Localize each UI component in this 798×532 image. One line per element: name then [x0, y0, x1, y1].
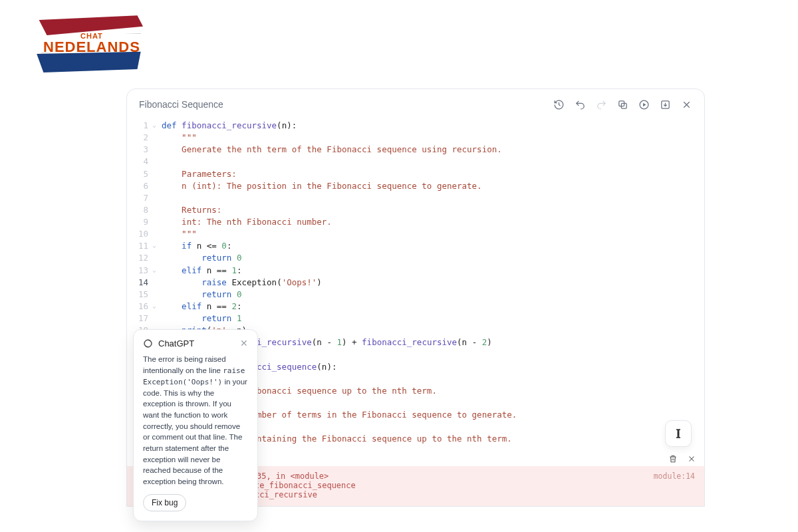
code-content: raise Exception('Oops!') — [162, 277, 704, 289]
card-title: Fibonacci Sequence — [139, 99, 223, 110]
line-number: 13 — [127, 265, 152, 277]
code-line[interactable]: 13⌄ elif n == 1: — [127, 265, 704, 277]
code-line[interactable]: 3 Generate the nth term of the Fibonacci… — [127, 144, 704, 156]
code-line[interactable]: 10 """ — [127, 228, 704, 240]
code-line[interactable]: 16⌄ elif n == 2: — [127, 301, 704, 313]
line-number: 3 — [127, 144, 152, 156]
line-number: 11 — [127, 240, 152, 252]
line-number: 14 — [127, 277, 152, 289]
line-number: 16 — [127, 301, 152, 313]
code-line[interactable]: 17 return 1 — [127, 313, 704, 325]
line-number: 2 — [127, 132, 152, 144]
code-line[interactable]: 5 Parameters: — [127, 168, 704, 180]
line-number: 7 — [127, 192, 152, 204]
code-content: n (int): The position in the Fibonacci s… — [162, 180, 704, 192]
redo-icon[interactable] — [595, 98, 607, 110]
code-content: """ — [162, 132, 704, 144]
line-number: 5 — [127, 168, 152, 180]
popup-close-icon[interactable]: ✕ — [240, 338, 248, 348]
svg-marker-3 — [643, 102, 646, 106]
line-number: 17 — [127, 313, 152, 325]
fold-icon — [152, 277, 162, 289]
line-number: 15 — [127, 289, 152, 301]
code-line[interactable]: 7 — [127, 192, 704, 204]
toolbar — [553, 98, 692, 110]
line-number: 9 — [127, 216, 152, 228]
copy-icon[interactable] — [616, 98, 628, 110]
openai-icon — [143, 338, 153, 348]
popup-title: ChatGPT — [158, 338, 235, 348]
brand-logo: CHAT NEDELANDS — [30, 13, 143, 80]
code-line[interactable]: 2 """ — [127, 132, 704, 144]
fold-icon — [152, 204, 162, 216]
code-content: Generate the nth term of the Fibonacci s… — [162, 144, 704, 156]
code-content: return 0 — [162, 252, 704, 264]
download-icon[interactable] — [659, 98, 671, 110]
code-content: if n <= 0: — [162, 240, 704, 252]
popup-body: The error is being raised intentionally … — [143, 354, 248, 487]
fold-icon[interactable]: ⌄ — [152, 120, 162, 132]
code-line[interactable]: 11⌄ if n <= 0: — [127, 240, 704, 252]
fold-icon — [152, 156, 162, 168]
logo-line2: NEDELANDS — [43, 40, 140, 55]
code-line[interactable]: 1⌄def fibonacci_recursive(n): — [127, 120, 704, 132]
float-run-button[interactable] — [665, 420, 692, 447]
code-content: Parameters: — [162, 168, 704, 180]
line-number: 6 — [127, 180, 152, 192]
fold-icon — [152, 252, 162, 264]
fold-icon — [152, 180, 162, 192]
history-icon[interactable] — [553, 98, 565, 110]
code-line[interactable]: 9 int: The nth Fibonacci number. — [127, 216, 704, 228]
line-number: 1 — [127, 120, 152, 132]
fix-bug-button[interactable]: Fix bug — [143, 494, 186, 511]
console-close-icon[interactable] — [687, 454, 696, 464]
code-line[interactable]: 12 return 0 — [127, 252, 704, 264]
code-content: Returns: — [162, 204, 704, 216]
fold-icon[interactable]: ⌄ — [152, 301, 162, 313]
error-meta: module:14 — [654, 471, 695, 481]
line-number: 10 — [127, 228, 152, 240]
card-header: Fibonacci Sequence — [127, 89, 704, 117]
close-icon[interactable] — [680, 98, 692, 110]
trash-icon[interactable] — [668, 454, 678, 464]
fold-icon[interactable]: ⌄ — [152, 240, 162, 252]
code-content: return 1 — [162, 313, 704, 325]
code-line[interactable]: 8 Returns: — [127, 204, 704, 216]
fold-icon[interactable]: ⌄ — [152, 265, 162, 277]
fold-icon — [152, 216, 162, 228]
fold-icon — [152, 313, 162, 325]
code-content: int: The nth Fibonacci number. — [162, 216, 704, 228]
line-number: 4 — [127, 156, 152, 168]
code-line[interactable]: 6 n (int): The position in the Fibonacci… — [127, 180, 704, 192]
code-content — [162, 156, 704, 168]
fold-icon — [152, 144, 162, 156]
assistant-popup: ChatGPT ✕ The error is being raised inte… — [133, 329, 258, 521]
code-content: elif n == 2: — [162, 301, 704, 313]
code-content: """ — [162, 228, 704, 240]
code-content: def fibonacci_recursive(n): — [162, 120, 704, 132]
code-content: return 0 — [162, 289, 704, 301]
fold-icon — [152, 192, 162, 204]
code-content — [162, 192, 704, 204]
run-icon[interactable] — [638, 98, 650, 110]
line-number: 8 — [127, 204, 152, 216]
code-line[interactable]: 14 raise Exception('Oops!') — [127, 277, 704, 289]
code-content: elif n == 1: — [162, 265, 704, 277]
fold-icon — [152, 132, 162, 144]
fold-icon — [152, 228, 162, 240]
code-line[interactable]: 4 — [127, 156, 704, 168]
fold-icon — [152, 289, 162, 301]
svg-point-7 — [144, 339, 152, 346]
code-line[interactable]: 15 return 0 — [127, 289, 704, 301]
fold-icon — [152, 168, 162, 180]
undo-icon[interactable] — [574, 98, 586, 110]
line-number: 12 — [127, 252, 152, 264]
